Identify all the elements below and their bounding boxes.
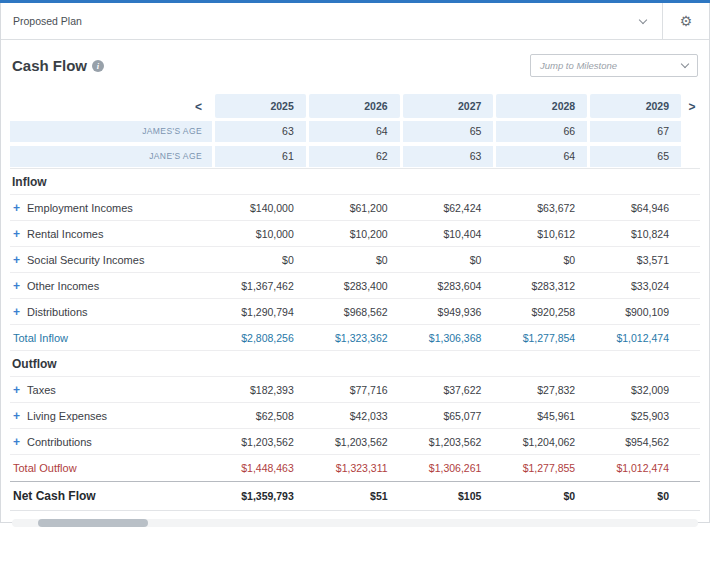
age-cell: 64 [496,146,587,167]
scroll-left-icon[interactable]: < [195,100,202,114]
row-rental-incomes: + Rental Incomes $10,000 $10,200 $10,404… [10,221,700,247]
row-total-outflow: Total Outflow $1,448,463 $1,323,311 $1,3… [10,455,700,481]
value-cell: $968,562 [309,306,400,318]
value-cell: $283,604 [403,280,494,292]
scrollbar-thumb[interactable] [38,519,148,527]
plan-selector[interactable]: Proposed Plan [1,3,662,39]
value-cell: $0 [215,254,306,266]
expand-icon[interactable]: + [13,280,20,292]
age-cell: 67 [590,121,681,142]
expand-icon[interactable]: + [13,306,20,318]
value-cell: $1,306,368 [403,332,494,344]
value-cell: $283,400 [309,280,400,292]
value-cell: $1,012,474 [590,332,681,344]
year-header: 2025 [215,94,306,118]
value-cell: $10,824 [590,228,681,240]
value-cell: $1,359,793 [215,490,306,502]
content-area: Cash Flow i Jump to Milestone < 2025 202… [1,40,709,527]
age-cell: 63 [215,121,306,142]
row-label-cell: + Living Expenses [10,410,212,422]
row-label: Distributions [27,306,88,318]
value-cell: $1,012,474 [590,462,681,474]
value-cell: $25,903 [590,410,681,422]
value-cell: $1,323,311 [309,462,400,474]
value-cell: $900,109 [590,306,681,318]
row-label-cell: + Other Incomes [10,280,212,292]
row-label-cell: + Social Security Incomes [10,254,212,266]
value-cell: $51 [309,490,400,502]
age-cell: 61 [215,146,306,167]
row-total-inflow: Total Inflow $2,808,256 $1,323,362 $1,30… [10,325,700,351]
value-cell: $1,203,562 [309,436,400,448]
value-cell: $1,277,854 [496,332,587,344]
section-header-inflow: Inflow [10,169,700,195]
scroll-right-icon[interactable]: > [688,100,695,114]
value-cell: $0 [309,254,400,266]
value-cell: $0 [590,490,681,502]
jump-to-milestone-select[interactable]: Jump to Milestone [530,54,698,77]
title-wrap: Cash Flow i [12,57,104,74]
row-label-cell: + Employment Incomes [10,202,212,214]
year-header: 2027 [403,94,494,118]
row-taxes: + Taxes $182,393 $77,716 $37,622 $27,832… [10,377,700,403]
year-nav-right-cell: > [684,97,700,115]
value-cell: $182,393 [215,384,306,396]
value-cell: $10,200 [309,228,400,240]
content-header: Cash Flow i Jump to Milestone [10,54,700,77]
expand-icon[interactable]: + [13,202,20,214]
age-row-label: JANE'S AGE [10,146,212,167]
value-cell: $1,277,855 [496,462,587,474]
row-label: Contributions [27,436,92,448]
row-label-cell: + Taxes [10,384,212,396]
age-cell: 63 [403,146,494,167]
section-label: Inflow [10,175,212,189]
gear-icon: ⚙ [680,14,693,28]
value-cell: $1,367,462 [215,280,306,292]
expand-icon[interactable]: + [13,384,20,396]
plan-selector-value: Proposed Plan [13,15,82,27]
info-icon[interactable]: i [92,60,104,72]
row-label: Other Incomes [27,280,99,292]
age-cell: 64 [309,121,400,142]
value-cell: $949,936 [403,306,494,318]
cash-flow-table: < 2025 2026 2027 2028 2029 > JAMES'S AGE… [10,94,700,511]
section-label: Outflow [10,357,212,371]
expand-icon[interactable]: + [13,410,20,422]
year-header: 2029 [590,94,681,118]
value-cell: $1,203,562 [403,436,494,448]
age-cell: 65 [590,146,681,167]
value-cell: $1,204,062 [496,436,587,448]
year-nav-left-cell: < [10,97,212,115]
value-cell: $63,672 [496,202,587,214]
value-cell: $61,200 [309,202,400,214]
value-cell: $77,716 [309,384,400,396]
expand-icon[interactable]: + [13,254,20,266]
total-row-label: Total Inflow [10,332,212,344]
horizontal-scrollbar[interactable] [12,519,698,527]
jump-to-milestone-placeholder: Jump to Milestone [540,60,617,71]
row-contributions: + Contributions $1,203,562 $1,203,562 $1… [10,429,700,455]
row-label-cell: + Rental Incomes [10,228,212,240]
value-cell: $3,571 [590,254,681,266]
settings-button[interactable]: ⚙ [663,3,709,39]
chevron-down-icon [639,15,647,23]
net-row-label: Net Cash Flow [10,489,212,503]
expand-icon[interactable]: + [13,228,20,240]
age-row-james: JAMES'S AGE 63 64 65 66 67 [10,120,700,143]
row-net-cash-flow: Net Cash Flow $1,359,793 $51 $105 $0 $0 [10,481,700,511]
chevron-down-icon [681,60,689,68]
value-cell: $1,203,562 [215,436,306,448]
value-cell: $954,562 [590,436,681,448]
row-label-cell: + Distributions [10,306,212,318]
expand-icon[interactable]: + [13,436,20,448]
row-label: Social Security Incomes [27,254,144,266]
row-living-expenses: + Living Expenses $62,508 $42,033 $65,07… [10,403,700,429]
age-cell: 62 [309,146,400,167]
age-row-jane: JANE'S AGE 61 62 63 64 65 [10,145,700,169]
value-cell: $1,290,794 [215,306,306,318]
value-cell: $920,258 [496,306,587,318]
value-cell: $105 [403,490,494,502]
value-cell: $10,404 [403,228,494,240]
value-cell: $32,009 [590,384,681,396]
value-cell: $1,323,362 [309,332,400,344]
